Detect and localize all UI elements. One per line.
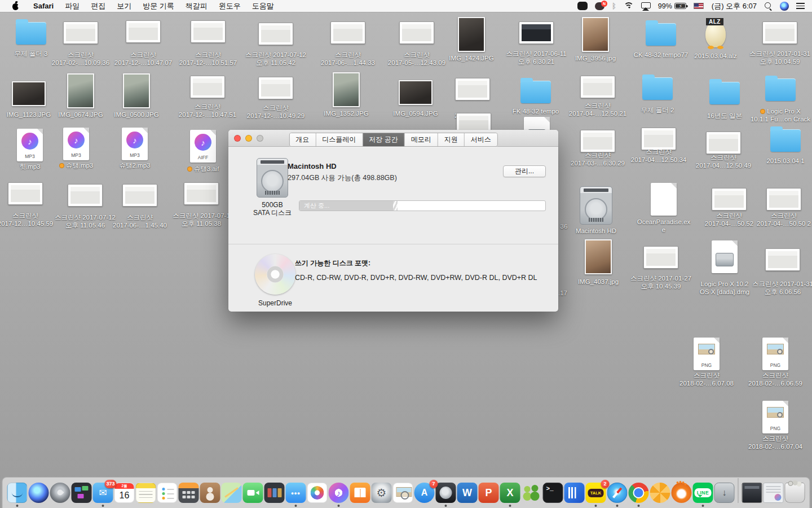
desktop-icon-16년도 일본[interactable]: 16년도 일본 xyxy=(698,78,752,104)
active-app-name[interactable]: Safari xyxy=(33,2,54,10)
desktop-icon-스크린샷[interactable]: PNG스크린샷2018-02-…6.07.08 xyxy=(679,336,734,370)
dock-powerpoint-icon[interactable]: P xyxy=(479,483,499,503)
dock-maps-icon[interactable] xyxy=(222,483,242,503)
desktop-icon-스크린샷[interactable]: 스크린샷2017-12-…10.49.29 xyxy=(249,72,303,99)
menu-도움말[interactable]: 도움말 xyxy=(246,2,280,10)
desktop-icon-IMG_0500.JPG[interactable]: IMG_0500.JPG xyxy=(109,72,164,108)
desktop-icon-FK 48-32 tempo[interactable]: FK 48-32 tempo xyxy=(509,77,563,103)
desktop-icon-IMG_1424.JPG[interactable]: IMG_1424.JPG xyxy=(444,16,498,52)
menu-책갈피[interactable]: 책갈피 xyxy=(180,2,213,10)
dock-photos-icon[interactable] xyxy=(307,483,328,503)
desktop-icon-스크린샷 2017-07-1[interactable]: 스크린샷 2017-07-1오후 11.05.38 xyxy=(174,178,228,205)
desktop-icon-스크린샷[interactable]: 스크린샷2017-12-…10.51.57 xyxy=(181,16,235,43)
desktop-icon-스크린샷[interactable]: 스크린샷2017-04-…12.50.21 xyxy=(571,71,625,98)
input-source-us-flag[interactable] xyxy=(692,0,705,12)
tab-디스플레이[interactable]: 디스플레이 xyxy=(316,133,363,146)
dock-minwin-light-icon[interactable] xyxy=(764,483,784,503)
dock-ridibooks-icon[interactable] xyxy=(564,483,585,503)
menu-파일[interactable]: 파일 xyxy=(59,2,85,10)
desktop-icon-Logic Pro X[interactable]: Logic Pro X10.1.1 Fu…on Crack xyxy=(753,75,807,101)
menu-보기[interactable]: 보기 xyxy=(111,2,137,10)
desktop-icon-CK 48-32 tempo77[interactable]: CK 48-32 tempo77 xyxy=(634,19,688,46)
dock-photo-booth-icon[interactable] xyxy=(264,483,285,503)
desktop-icon-2017-…3.36[interactable]: 2017-…3.36 xyxy=(445,73,500,100)
desktop-icon-2015.03.04.alz[interactable]: ALZ2015.03.04.alz xyxy=(689,16,743,50)
dock-reminders-icon[interactable] xyxy=(157,483,178,503)
dock-facetime-icon[interactable] xyxy=(243,483,263,503)
tab-저장 공간[interactable]: 저장 공간 xyxy=(363,133,404,146)
desktop-icon-스크린샷[interactable]: 스크린샷2017-06-…1.45.40 xyxy=(113,179,167,207)
zoom-button[interactable] xyxy=(257,135,263,142)
dock-finder-icon[interactable] xyxy=(7,483,28,503)
menu-편집[interactable]: 편집 xyxy=(85,2,111,10)
desktop-icon-스크린샷[interactable]: 스크린샷2017-02-…10.09.36 xyxy=(54,17,108,44)
dock-messenger-icon[interactable] xyxy=(522,483,542,503)
notification-center-icon[interactable] xyxy=(795,0,806,12)
dock-launchpad-icon[interactable] xyxy=(50,483,70,503)
dock-chrome-icon[interactable] xyxy=(629,483,649,503)
dock-itunes-icon[interactable]: ♪ xyxy=(329,483,349,503)
dock-messages-icon[interactable]: ••• xyxy=(286,483,306,503)
dock-word-icon[interactable]: W xyxy=(457,483,478,503)
dock-ibooks-icon[interactable] xyxy=(350,483,370,503)
dock-tangerine-icon[interactable] xyxy=(650,483,670,503)
desktop-icon-2015.03.04 1[interactable]: 2015.03.04 1 xyxy=(758,125,812,152)
line-icon[interactable] xyxy=(576,0,589,12)
dock-preview-icon[interactable] xyxy=(393,483,413,503)
tab-지원[interactable]: 지원 xyxy=(438,133,465,146)
dock-contacts-icon[interactable] xyxy=(200,483,220,503)
tab-서비스[interactable]: 서비스 xyxy=(465,133,497,146)
desktop-icon-스크린샷[interactable]: 스크린샷2017-12-…10.47.51 xyxy=(180,71,235,98)
dock-gom-player-icon[interactable] xyxy=(672,483,692,503)
desktop-icon-스크린샷[interactable]: 스크린샷2017-03-…6.30.29 xyxy=(571,125,625,152)
manage-button[interactable]: 관리... xyxy=(503,165,546,177)
dock-safari-icon[interactable] xyxy=(607,483,628,503)
desktop-icon-스크린샷 2017-01-31[interactable]: 스크린샷 2017-01-31오후 10.04.59 xyxy=(753,17,807,44)
dock-mission-control-icon[interactable] xyxy=(72,483,92,503)
desktop-icon-무제 폴더 2[interactable]: 무제 폴더 2 xyxy=(630,73,685,100)
dock-terminal-icon[interactable]: >_ xyxy=(543,483,563,503)
bluetooth-icon[interactable]: ᛒ xyxy=(610,0,618,12)
desktop-icon-IMG_3956.jpg[interactable]: IMG_3956.jpg xyxy=(568,16,623,52)
airplay-icon[interactable] xyxy=(639,0,652,12)
desktop-icon-IMG_0594.JPG[interactable]: IMG_0594.JPG xyxy=(389,75,443,105)
desktop-icon-IMG_1123.JPG[interactable]: IMG_1123.JPG xyxy=(2,76,56,106)
minimize-button[interactable] xyxy=(245,135,252,142)
apple-menu[interactable] xyxy=(6,0,28,12)
dock-excel-icon[interactable]: X xyxy=(500,483,520,503)
close-button[interactable] xyxy=(234,135,241,142)
desktop-icon-슈탱3.aif[interactable]: ♪AIFF슈탱3.aif xyxy=(176,129,230,163)
dock-siri-icon[interactable] xyxy=(29,483,49,503)
tab-개요[interactable]: 개요 xyxy=(289,133,316,146)
desktop-icon-스크린샷[interactable]: 스크린샷2017-04-…50.52 xyxy=(702,183,756,211)
desktop-icon-스크린샷[interactable]: 스크린샷2017-12…10.45.59 xyxy=(0,178,52,205)
dock-minwin-dark-icon[interactable] xyxy=(742,483,762,503)
dock-calculator-icon[interactable] xyxy=(179,483,199,503)
desktop-icon-스크린샷[interactable]: 스크린샷2017-04…12.50.49 xyxy=(696,127,751,154)
desktop-icon-슈탱.mp3[interactable]: ♪MP3슈탱.mp3 xyxy=(49,126,103,160)
desktop-icon-스크린샷[interactable]: 스크린샷2017-06-…1.44.33 xyxy=(321,17,375,44)
dock-system-preferences-icon[interactable]: ⚙ xyxy=(372,483,392,503)
desktop-icon-Macintosh HD[interactable]: Macintosh HD xyxy=(569,185,623,225)
dock-kakaotalk-icon[interactable]: TALK2 xyxy=(586,483,606,503)
desktop-icon-IMG_0674.JPG[interactable]: IMG_0674.JPG xyxy=(54,72,108,108)
dock-line-icon[interactable]: LINE xyxy=(693,483,713,503)
dock-mail-icon[interactable]: ✉373 xyxy=(93,483,113,503)
desktop-icon-IMG_4037.jpg[interactable]: IMG_4037.jpg xyxy=(571,238,625,274)
desktop-icon-스크린샷 2017-07-12[interactable]: 스크린샷 2017-07-12오후 11.05.42 xyxy=(249,18,303,45)
menu-윈도우[interactable]: 윈도우 xyxy=(213,2,246,10)
desktop-icon-무제 폴더 3[interactable]: 무제 폴더 3 xyxy=(4,18,58,45)
dock-logic-pro-icon[interactable] xyxy=(436,483,456,503)
desktop-icon-IMG_1352.JPG[interactable]: IMG_1352.JPG xyxy=(319,71,373,107)
desktop-icon-스크린샷[interactable]: 스크린샷2017-04…12.50.34 xyxy=(632,123,686,150)
desktop-icon-Logic Pro X 10.2[interactable]: Logic Pro X 10.2OS X [dada].dmg xyxy=(698,239,752,273)
desktop-icon-슈탱2.mp3[interactable]: ♪MP3슈탱2.mp3 xyxy=(108,126,162,160)
wifi-icon[interactable] xyxy=(622,0,636,12)
messenger-notification-icon[interactable]: N xyxy=(593,0,606,12)
desktop-icon-스크린샷[interactable]: 스크린샷2017-12-…10.47.07 xyxy=(116,16,170,43)
dock-downloads-icon[interactable]: ↓ xyxy=(714,483,735,503)
desktop-icon-스크린샷[interactable]: PNG스크린샷2018-02-…6.06.59 xyxy=(748,336,802,370)
desktop-icon-OceanParadise.ex[interactable]: OceanParadise.exe xyxy=(637,182,691,216)
desktop-icon-스크린샷[interactable]: 스크린샷2017-04-…50.50 2 xyxy=(757,183,811,211)
dock-notes-icon[interactable] xyxy=(136,483,156,503)
